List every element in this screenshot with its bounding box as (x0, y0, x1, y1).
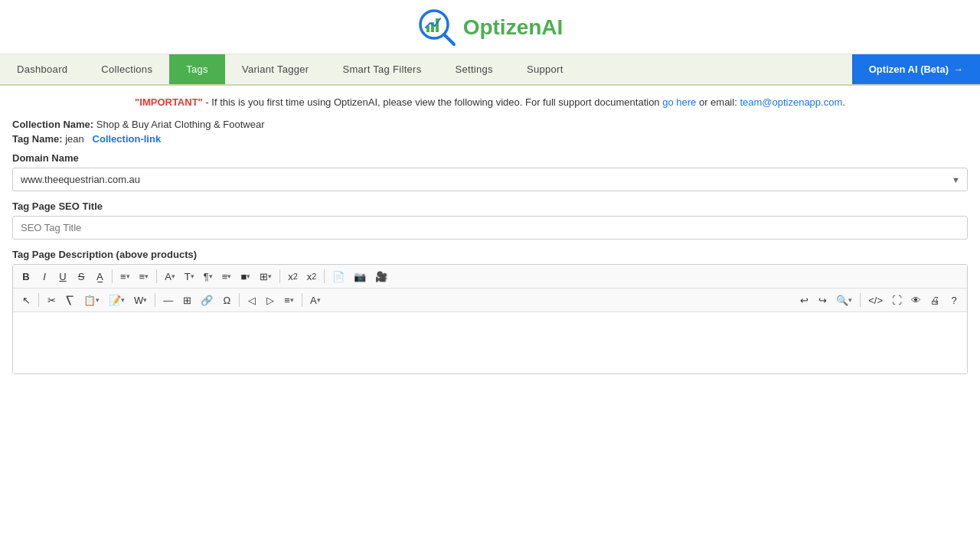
domain-select[interactable]: www.theequestrian.com.au (12, 168, 968, 191)
toolbar-fullscreen[interactable]: ⛶ (888, 292, 906, 308)
collection-name-value: Shop & Buy Ariat Clothing & Footwear (96, 119, 265, 130)
toolbar-sep-4 (324, 269, 325, 283)
logo-bar: OptizenAI (0, 0, 980, 54)
nav-bar: Dashboard Collections Tags Variant Tagge… (0, 54, 980, 86)
toolbar-sep-6 (155, 293, 155, 307)
domain-label: Domain Name (12, 152, 968, 164)
notice-bar: "IMPORTANT" - If this is you first time … (12, 96, 968, 108)
collection-label: Collection Name: (12, 119, 93, 130)
optizen-btn-label: Optizen AI (Beta) (869, 64, 949, 75)
toolbar-sep-1 (112, 269, 113, 283)
toolbar-highlight[interactable]: A̲ (91, 268, 108, 285)
toolbar-bold[interactable]: B (18, 268, 34, 285)
main-content: "IMPORTANT" - If this is you first time … (0, 86, 980, 394)
collection-link[interactable]: Collection-link (93, 133, 162, 145)
toolbar-row-1: B I U S A̲ ≡ ▾ ≡ ▾ A ▾ T ▾ ¶ ▾ ≡ ▾ ■ ▾ ⊞… (13, 265, 967, 289)
collection-name-line: Collection Name: Shop & Buy Ariat Clothi… (12, 119, 968, 130)
logo-container: OptizenAI (417, 8, 564, 47)
toolbar-strikethrough[interactable]: S (73, 268, 90, 285)
toolbar-table2[interactable]: ⊞ (178, 292, 195, 308)
nav-smart-tag-filters[interactable]: Smart Tag Filters (325, 54, 438, 84)
toolbar-source[interactable]: </> (864, 292, 887, 308)
toolbar-row-2: ↖ ✂ ⎲ 📋 ▾ 📝 ▾ W ▾ — ⊞ 🔗 Ω ◁ ▷ ≡ ▾ A ▾ ↩ (13, 289, 967, 312)
domain-select-wrapper: www.theequestrian.com.au (12, 168, 968, 191)
toolbar-special-char[interactable]: Ω (218, 292, 235, 308)
seo-title-input[interactable] (12, 216, 968, 240)
toolbar-underline[interactable]: U (54, 268, 71, 285)
toolbar-sep-5 (38, 293, 39, 307)
seo-title-label: Tag Page SEO Title (12, 201, 968, 212)
toolbar-table-dd[interactable]: ⊞ ▾ (256, 268, 276, 285)
toolbar-file[interactable]: 📄 (328, 268, 348, 285)
nav-variant-tagger[interactable]: Variant Tagger (225, 54, 326, 84)
toolbar-sep-3 (279, 269, 280, 283)
toolbar-sep-8 (302, 293, 302, 307)
nav-settings[interactable]: Settings (439, 54, 510, 84)
toolbar-superscript[interactable]: x2 (284, 268, 302, 285)
toolbar-sep-9 (860, 293, 861, 307)
toolbar-print[interactable]: 🖨 (926, 292, 944, 308)
tag-name-line: Tag Name: jean Collection-link (12, 133, 968, 145)
notice-or-text: or email: (696, 96, 740, 108)
nav-tags[interactable]: Tags (169, 54, 225, 84)
toolbar-redo[interactable]: ↪ (814, 292, 831, 308)
toolbar-subscript[interactable]: x2 (303, 268, 321, 285)
toolbar-pointer[interactable]: ↖ (18, 292, 34, 308)
important-label: "IMPORTANT" (135, 96, 203, 108)
notice-link-go-here[interactable]: go here (662, 96, 696, 108)
nav-optizen-ai[interactable]: Optizen AI (Beta) → (852, 54, 980, 84)
toolbar-sep-2 (156, 269, 157, 283)
toolbar-paste-word[interactable]: W ▾ (130, 292, 151, 308)
toolbar-font-color2[interactable]: A ▾ (306, 292, 325, 308)
toolbar-hr[interactable]: — (159, 292, 177, 308)
description-field-group: Tag Page Description (above products) B … (12, 249, 968, 374)
toolbar-bg-color[interactable]: ■ ▾ (237, 268, 254, 285)
logo-ai: AI (541, 15, 563, 39)
toolbar-preview[interactable]: 👁 (907, 292, 925, 308)
logo-text: OptizenAI (463, 15, 564, 40)
svg-line-1 (444, 34, 454, 44)
toolbar-right-align[interactable]: ▷ (262, 292, 279, 308)
toolbar-align[interactable]: ≡ ▾ (218, 268, 236, 285)
toolbar-image[interactable]: 📷 (350, 268, 370, 285)
nav-collections[interactable]: Collections (84, 54, 169, 84)
toolbar-left-align[interactable]: ◁ (243, 292, 260, 308)
description-label: Tag Page Description (above products) (12, 249, 968, 260)
logo-optizen: Optizen (463, 15, 542, 39)
notice-period: . (842, 96, 845, 108)
optizen-arrow-icon: → (953, 64, 963, 75)
toolbar-find[interactable]: 🔍 ▾ (832, 292, 856, 308)
nav-support[interactable]: Support (510, 54, 580, 84)
toolbar-font-size[interactable]: T ▾ (181, 268, 198, 285)
tag-label: Tag Name: (12, 133, 63, 145)
logo-icon (417, 8, 457, 47)
toolbar-help[interactable]: ? (946, 292, 962, 308)
toolbar-numbered-list[interactable]: ≡ ▾ (136, 268, 153, 285)
toolbar-paragraph[interactable]: ¶ ▾ (200, 268, 217, 285)
toolbar-paste-text[interactable]: 📝 ▾ (105, 292, 129, 308)
notice-message: - If this is you first time using Optize… (203, 96, 662, 108)
toolbar-sep-7 (239, 293, 240, 307)
toolbar-paste[interactable]: 📋 ▾ (80, 292, 103, 308)
domain-field-group: Domain Name www.theequestrian.com.au (12, 152, 968, 191)
toolbar-italic[interactable]: I (36, 268, 53, 285)
toolbar-bullet-list[interactable]: ≡ ▾ (116, 268, 134, 285)
toolbar-link[interactable]: 🔗 (197, 292, 217, 308)
toolbar-cut[interactable]: ✂ (43, 292, 60, 308)
toolbar-undo[interactable]: ↩ (795, 292, 812, 308)
editor-area[interactable] (13, 312, 967, 373)
tag-value: jean (65, 133, 84, 145)
seo-title-field-group: Tag Page SEO Title (12, 201, 968, 240)
notice-link-email[interactable]: team@optizenapp.com (740, 96, 842, 108)
editor-wrapper: B I U S A̲ ≡ ▾ ≡ ▾ A ▾ T ▾ ¶ ▾ ≡ ▾ ■ ▾ ⊞… (12, 264, 968, 374)
toolbar-justify[interactable]: ≡ ▾ (280, 292, 298, 308)
nav-dashboard[interactable]: Dashboard (0, 54, 84, 84)
toolbar-video[interactable]: 🎥 (371, 268, 391, 285)
toolbar-copy[interactable]: ⎲ (61, 292, 78, 308)
toolbar-font-color[interactable]: A ▾ (161, 268, 179, 285)
